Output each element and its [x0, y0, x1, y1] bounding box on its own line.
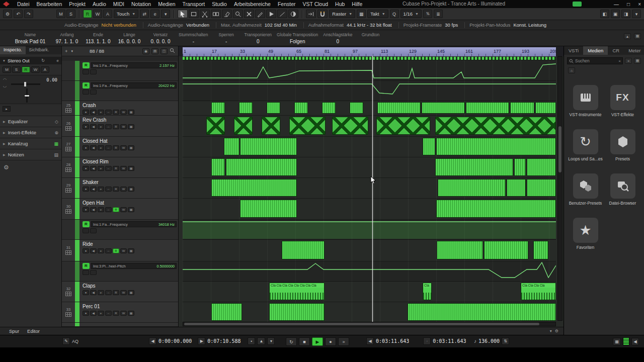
- drum-editor-button[interactable]: ▦: [128, 166, 134, 171]
- add-track-button[interactable]: +: [65, 48, 68, 54]
- info-field-value[interactable]: 97. 1. 1. 0: [54, 39, 80, 44]
- menu-item-bearbeiten[interactable]: Bearbeiten: [33, 1, 66, 7]
- midi-clip[interactable]: [239, 102, 253, 114]
- inspector-section-equalizer[interactable]: ▶Equalizer◇: [0, 116, 61, 127]
- automation-mute-button[interactable]: [83, 228, 89, 233]
- read-button[interactable]: R: [113, 207, 119, 212]
- toolbar-r-button[interactable]: R: [83, 10, 92, 18]
- mute-button[interactable]: ●: [83, 207, 89, 212]
- menu-item-audio[interactable]: Audio: [89, 1, 110, 7]
- automation-curve[interactable]: [183, 220, 556, 240]
- info-field-value[interactable]: 0. 0. 0. 0: [147, 39, 174, 44]
- automation-suspend-button[interactable]: [90, 228, 97, 233]
- write-button[interactable]: W: [120, 311, 127, 316]
- track-row-ride[interactable]: 31Ride●◀e↔RW▦: [62, 240, 178, 261]
- toggle-right-zone-button[interactable]: ◨: [621, 10, 630, 18]
- automation-mute-button[interactable]: [83, 89, 89, 95]
- monitor-button[interactable]: ◀: [90, 124, 97, 129]
- menu-item-datei[interactable]: Datei: [14, 1, 33, 7]
- menu-item-transport[interactable]: Transport: [179, 1, 209, 7]
- monitor-button[interactable]: ◀: [90, 166, 97, 171]
- zone-tab-editor[interactable]: Editor: [27, 328, 40, 334]
- edit-channel-button[interactable]: e: [150, 10, 159, 18]
- midi-clip[interactable]: [510, 102, 534, 114]
- write-button[interactable]: W: [120, 124, 127, 129]
- write-button[interactable]: W: [120, 145, 127, 150]
- midi-clip[interactable]: [408, 303, 556, 321]
- inspector-section-insert-effekte[interactable]: ▶Insert-Effekte⊕: [0, 127, 61, 138]
- time-format-icon[interactable]: ◀: [366, 337, 374, 345]
- erase-tool[interactable]: [222, 10, 232, 18]
- link-button[interactable]: ↔: [105, 187, 112, 192]
- midi-clip[interactable]: [435, 117, 556, 135]
- mute-button[interactable]: ●: [83, 166, 89, 171]
- midi-clip[interactable]: [322, 102, 336, 114]
- monitor-button[interactable]: ◀: [90, 311, 97, 316]
- automation-curve[interactable]: [183, 261, 556, 282]
- info-field-value[interactable]: -: [179, 39, 208, 44]
- midi-clip[interactable]: [527, 179, 556, 197]
- edit-button[interactable]: e: [98, 187, 104, 192]
- edit-button[interactable]: e: [98, 110, 104, 115]
- midi-keyboard-icon[interactable]: ▦: [613, 338, 621, 345]
- right-locator-time[interactable]: 0:07:10.588: [207, 338, 240, 344]
- rack-tab-cr[interactable]: CR: [608, 46, 624, 55]
- monitor-button[interactable]: ◀: [90, 248, 97, 253]
- project-cursor[interactable]: [372, 56, 373, 323]
- goto-right-locator-icon[interactable]: ▶: [198, 337, 205, 345]
- automation-read-button[interactable]: R: [83, 82, 90, 88]
- drum-editor-button[interactable]: ▦: [128, 311, 134, 316]
- midi-clip[interactable]: [514, 158, 526, 176]
- edit-button[interactable]: e: [98, 124, 104, 129]
- zone-tab-spur[interactable]: Spur: [9, 328, 19, 334]
- inspector-tab-inspecto[interactable]: Inspecto.: [0, 46, 26, 54]
- info-field-value[interactable]: [357, 39, 383, 44]
- write-button[interactable]: W: [120, 166, 127, 171]
- play-tool[interactable]: [266, 10, 276, 18]
- secondary-time-icon[interactable]: ·: [423, 337, 431, 345]
- midi-clip[interactable]: [282, 241, 325, 259]
- info-field-value[interactable]: -: [213, 39, 239, 44]
- edit-channel-icon[interactable]: e: [57, 58, 59, 63]
- tempo-value[interactable]: 136.000: [478, 338, 500, 344]
- mute-button[interactable]: ●: [83, 290, 89, 295]
- read-button[interactable]: R: [113, 145, 119, 150]
- track-row-closed-rim[interactable]: 28Closed Rim●◀e↔RW▦: [62, 157, 178, 178]
- grid-icon-button[interactable]: ▦: [357, 10, 366, 18]
- midi-clip[interactable]: [226, 158, 297, 176]
- draw-tool[interactable]: [255, 10, 265, 18]
- info-grid-icon[interactable]: ▦: [634, 33, 641, 39]
- link-button[interactable]: ↔: [105, 124, 112, 129]
- zoom-tool[interactable]: [233, 10, 243, 18]
- rack-tab-meter[interactable]: Meter: [624, 46, 644, 55]
- media-tile-benutzer-presets[interactable]: Benutzer-Presets: [567, 173, 604, 206]
- pan-thumb[interactable]: [24, 82, 26, 86]
- midi-clip[interactable]: Cla Cla Cla Cla Cla Cla Cla Cla: [269, 283, 325, 300]
- link-button[interactable]: ↔: [105, 166, 112, 171]
- midi-clip[interactable]: [436, 138, 556, 155]
- automation-read-button[interactable]: R: [83, 263, 90, 269]
- track-row-crash[interactable]: 25Crash●◀e↔RW▦: [62, 101, 178, 116]
- automation-suspend-button[interactable]: [90, 89, 97, 95]
- media-tile-datei-browser[interactable]: Datei-Browser: [604, 173, 641, 206]
- inspector-settings-gear-icon[interactable]: ⚙: [0, 160, 61, 174]
- menu-item-hub[interactable]: Hub: [332, 1, 348, 7]
- automation-parameter-field[interactable]: Ins:1:Fa...Frequency20422 Hz: [91, 82, 177, 88]
- volume-fader-thumb[interactable]: [24, 95, 30, 97]
- automation-parameter-field[interactable]: Ins:1:Fa...Frequency2.157 Hz: [91, 62, 177, 68]
- redo-button[interactable]: ↷: [24, 10, 33, 18]
- write-button[interactable]: W: [120, 290, 127, 295]
- menu-item-vst-cloud[interactable]: VST Cloud: [299, 1, 332, 7]
- vertical-scrollbar[interactable]: [557, 56, 562, 321]
- automation-track-row[interactable]: RIns:1:Fa...Frequency2.157 Hz: [62, 61, 178, 81]
- edit-button[interactable]: e: [98, 145, 104, 150]
- drum-editor-button[interactable]: ▦: [128, 187, 134, 192]
- write-button[interactable]: W: [120, 207, 127, 212]
- automation-suspend-button[interactable]: [90, 270, 97, 275]
- midi-clip[interactable]: [224, 138, 239, 155]
- midi-clip[interactable]: [376, 117, 430, 135]
- grid-type-dropdown[interactable]: Takt▼: [367, 10, 388, 18]
- automation-mode-dropdown[interactable]: Touch▼: [114, 10, 138, 18]
- jump-next-button[interactable]: »: [338, 337, 349, 346]
- lower-zone-arrow-icon[interactable]: ▾: [550, 329, 552, 333]
